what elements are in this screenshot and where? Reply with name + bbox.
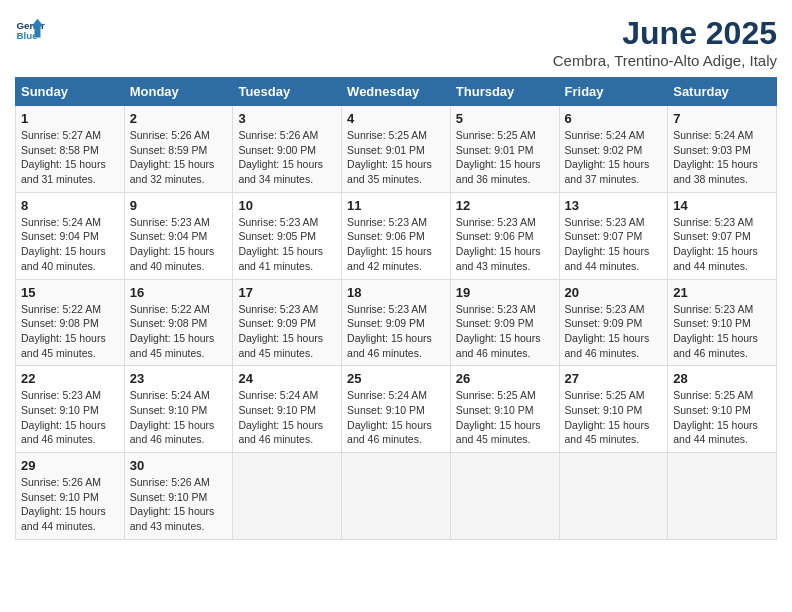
- day-number: 15: [21, 285, 119, 300]
- day-number: 12: [456, 198, 554, 213]
- calendar-week-row: 1Sunrise: 5:27 AM Sunset: 8:58 PM Daylig…: [16, 106, 777, 193]
- calendar-cell: [559, 453, 668, 540]
- calendar-cell: 24Sunrise: 5:24 AM Sunset: 9:10 PM Dayli…: [233, 366, 342, 453]
- title-area: June 2025 Cembra, Trentino-Alto Adige, I…: [553, 15, 777, 69]
- day-info: Sunrise: 5:26 AM Sunset: 8:59 PM Dayligh…: [130, 128, 228, 187]
- calendar-cell: 29Sunrise: 5:26 AM Sunset: 9:10 PM Dayli…: [16, 453, 125, 540]
- day-info: Sunrise: 5:23 AM Sunset: 9:09 PM Dayligh…: [347, 302, 445, 361]
- calendar-cell: [233, 453, 342, 540]
- calendar-cell: 8Sunrise: 5:24 AM Sunset: 9:04 PM Daylig…: [16, 192, 125, 279]
- day-info: Sunrise: 5:26 AM Sunset: 9:10 PM Dayligh…: [21, 475, 119, 534]
- calendar-cell: 4Sunrise: 5:25 AM Sunset: 9:01 PM Daylig…: [342, 106, 451, 193]
- logo-icon: General Blue: [15, 15, 45, 45]
- calendar-cell: 5Sunrise: 5:25 AM Sunset: 9:01 PM Daylig…: [450, 106, 559, 193]
- day-info: Sunrise: 5:23 AM Sunset: 9:10 PM Dayligh…: [21, 388, 119, 447]
- day-number: 8: [21, 198, 119, 213]
- calendar-cell: 9Sunrise: 5:23 AM Sunset: 9:04 PM Daylig…: [124, 192, 233, 279]
- calendar-cell: 17Sunrise: 5:23 AM Sunset: 9:09 PM Dayli…: [233, 279, 342, 366]
- day-info: Sunrise: 5:23 AM Sunset: 9:07 PM Dayligh…: [565, 215, 663, 274]
- calendar-cell: 27Sunrise: 5:25 AM Sunset: 9:10 PM Dayli…: [559, 366, 668, 453]
- weekday-header-friday: Friday: [559, 78, 668, 106]
- day-number: 17: [238, 285, 336, 300]
- day-number: 5: [456, 111, 554, 126]
- day-number: 3: [238, 111, 336, 126]
- day-number: 2: [130, 111, 228, 126]
- calendar-cell: 28Sunrise: 5:25 AM Sunset: 9:10 PM Dayli…: [668, 366, 777, 453]
- day-number: 28: [673, 371, 771, 386]
- day-info: Sunrise: 5:23 AM Sunset: 9:07 PM Dayligh…: [673, 215, 771, 274]
- day-info: Sunrise: 5:25 AM Sunset: 9:10 PM Dayligh…: [456, 388, 554, 447]
- day-number: 14: [673, 198, 771, 213]
- calendar-cell: 13Sunrise: 5:23 AM Sunset: 9:07 PM Dayli…: [559, 192, 668, 279]
- calendar-cell: 3Sunrise: 5:26 AM Sunset: 9:00 PM Daylig…: [233, 106, 342, 193]
- calendar-cell: [342, 453, 451, 540]
- calendar-cell: 22Sunrise: 5:23 AM Sunset: 9:10 PM Dayli…: [16, 366, 125, 453]
- day-number: 9: [130, 198, 228, 213]
- day-info: Sunrise: 5:24 AM Sunset: 9:10 PM Dayligh…: [347, 388, 445, 447]
- calendar-week-row: 15Sunrise: 5:22 AM Sunset: 9:08 PM Dayli…: [16, 279, 777, 366]
- day-number: 26: [456, 371, 554, 386]
- month-title: June 2025: [553, 15, 777, 52]
- weekday-header-sunday: Sunday: [16, 78, 125, 106]
- day-number: 11: [347, 198, 445, 213]
- day-number: 23: [130, 371, 228, 386]
- day-number: 21: [673, 285, 771, 300]
- day-info: Sunrise: 5:24 AM Sunset: 9:03 PM Dayligh…: [673, 128, 771, 187]
- day-number: 24: [238, 371, 336, 386]
- calendar-cell: 2Sunrise: 5:26 AM Sunset: 8:59 PM Daylig…: [124, 106, 233, 193]
- calendar-cell: 14Sunrise: 5:23 AM Sunset: 9:07 PM Dayli…: [668, 192, 777, 279]
- calendar-cell: 26Sunrise: 5:25 AM Sunset: 9:10 PM Dayli…: [450, 366, 559, 453]
- calendar-cell: 18Sunrise: 5:23 AM Sunset: 9:09 PM Dayli…: [342, 279, 451, 366]
- weekday-header-saturday: Saturday: [668, 78, 777, 106]
- calendar-cell: 11Sunrise: 5:23 AM Sunset: 9:06 PM Dayli…: [342, 192, 451, 279]
- calendar-cell: 10Sunrise: 5:23 AM Sunset: 9:05 PM Dayli…: [233, 192, 342, 279]
- calendar-cell: 7Sunrise: 5:24 AM Sunset: 9:03 PM Daylig…: [668, 106, 777, 193]
- day-number: 13: [565, 198, 663, 213]
- calendar-cell: 15Sunrise: 5:22 AM Sunset: 9:08 PM Dayli…: [16, 279, 125, 366]
- weekday-header-thursday: Thursday: [450, 78, 559, 106]
- day-number: 29: [21, 458, 119, 473]
- day-info: Sunrise: 5:22 AM Sunset: 9:08 PM Dayligh…: [21, 302, 119, 361]
- calendar-cell: 19Sunrise: 5:23 AM Sunset: 9:09 PM Dayli…: [450, 279, 559, 366]
- day-number: 18: [347, 285, 445, 300]
- day-info: Sunrise: 5:25 AM Sunset: 9:10 PM Dayligh…: [673, 388, 771, 447]
- day-info: Sunrise: 5:23 AM Sunset: 9:06 PM Dayligh…: [347, 215, 445, 274]
- day-info: Sunrise: 5:25 AM Sunset: 9:01 PM Dayligh…: [347, 128, 445, 187]
- day-info: Sunrise: 5:23 AM Sunset: 9:06 PM Dayligh…: [456, 215, 554, 274]
- calendar-cell: 23Sunrise: 5:24 AM Sunset: 9:10 PM Dayli…: [124, 366, 233, 453]
- day-number: 10: [238, 198, 336, 213]
- day-info: Sunrise: 5:24 AM Sunset: 9:10 PM Dayligh…: [130, 388, 228, 447]
- day-number: 25: [347, 371, 445, 386]
- day-info: Sunrise: 5:24 AM Sunset: 9:04 PM Dayligh…: [21, 215, 119, 274]
- calendar-cell: [668, 453, 777, 540]
- weekday-header-wednesday: Wednesday: [342, 78, 451, 106]
- weekday-header-tuesday: Tuesday: [233, 78, 342, 106]
- day-info: Sunrise: 5:22 AM Sunset: 9:08 PM Dayligh…: [130, 302, 228, 361]
- day-info: Sunrise: 5:23 AM Sunset: 9:04 PM Dayligh…: [130, 215, 228, 274]
- weekday-header-row: SundayMondayTuesdayWednesdayThursdayFrid…: [16, 78, 777, 106]
- day-number: 30: [130, 458, 228, 473]
- day-info: Sunrise: 5:23 AM Sunset: 9:10 PM Dayligh…: [673, 302, 771, 361]
- day-number: 22: [21, 371, 119, 386]
- day-info: Sunrise: 5:26 AM Sunset: 9:00 PM Dayligh…: [238, 128, 336, 187]
- calendar-table: SundayMondayTuesdayWednesdayThursdayFrid…: [15, 77, 777, 540]
- location-title: Cembra, Trentino-Alto Adige, Italy: [553, 52, 777, 69]
- calendar-cell: 12Sunrise: 5:23 AM Sunset: 9:06 PM Dayli…: [450, 192, 559, 279]
- day-number: 27: [565, 371, 663, 386]
- day-info: Sunrise: 5:23 AM Sunset: 9:09 PM Dayligh…: [456, 302, 554, 361]
- day-number: 19: [456, 285, 554, 300]
- calendar-cell: 21Sunrise: 5:23 AM Sunset: 9:10 PM Dayli…: [668, 279, 777, 366]
- page-header: General Blue June 2025 Cembra, Trentino-…: [15, 15, 777, 69]
- day-info: Sunrise: 5:24 AM Sunset: 9:02 PM Dayligh…: [565, 128, 663, 187]
- calendar-cell: 30Sunrise: 5:26 AM Sunset: 9:10 PM Dayli…: [124, 453, 233, 540]
- day-info: Sunrise: 5:27 AM Sunset: 8:58 PM Dayligh…: [21, 128, 119, 187]
- calendar-week-row: 22Sunrise: 5:23 AM Sunset: 9:10 PM Dayli…: [16, 366, 777, 453]
- calendar-cell: 6Sunrise: 5:24 AM Sunset: 9:02 PM Daylig…: [559, 106, 668, 193]
- weekday-header-monday: Monday: [124, 78, 233, 106]
- calendar-cell: 25Sunrise: 5:24 AM Sunset: 9:10 PM Dayli…: [342, 366, 451, 453]
- day-info: Sunrise: 5:23 AM Sunset: 9:09 PM Dayligh…: [565, 302, 663, 361]
- day-number: 6: [565, 111, 663, 126]
- calendar-cell: 1Sunrise: 5:27 AM Sunset: 8:58 PM Daylig…: [16, 106, 125, 193]
- calendar-cell: [450, 453, 559, 540]
- day-info: Sunrise: 5:25 AM Sunset: 9:10 PM Dayligh…: [565, 388, 663, 447]
